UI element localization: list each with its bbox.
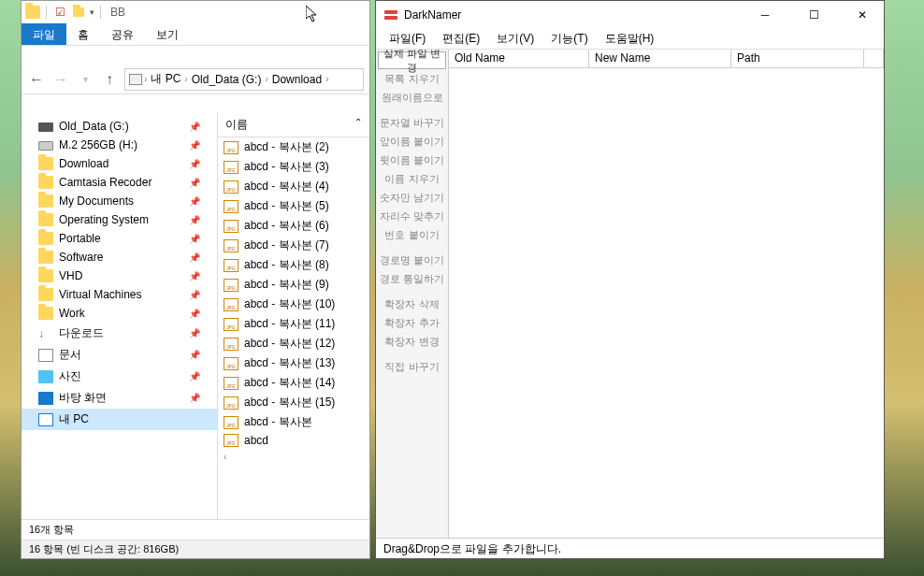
desktop-icon (38, 392, 53, 405)
tree-item[interactable]: 바탕 화면📌 (22, 387, 217, 409)
file-name: abcd - 복사본 (13) (244, 355, 335, 371)
darknamer-titlebar[interactable]: DarkNamer ─ ☐ ✕ (376, 1, 884, 29)
tab-share[interactable]: 공유 (100, 23, 145, 45)
tab-file[interactable]: 파일 (22, 23, 66, 45)
file-drop-area[interactable] (449, 68, 884, 538)
file-row[interactable]: abcd - 복사본 (7) (218, 236, 369, 255)
menu-edit[interactable]: 편집(E) (435, 29, 487, 49)
tree-label: 문서 (59, 347, 81, 363)
file-name: abcd - 복사본 (11) (244, 316, 335, 332)
file-row[interactable]: abcd - 복사본 (10) (218, 295, 369, 314)
action-button[interactable]: 경로 통일하기 (378, 270, 446, 288)
file-row[interactable]: abcd - 복사본 (9) (218, 275, 369, 295)
file-name: abcd - 복사본 (8) (244, 257, 329, 273)
breadcrumb-part[interactable]: Old_Data (G:) (190, 73, 264, 86)
sort-indicator-icon: ⌃ (354, 117, 362, 133)
menu-func[interactable]: 기능(T) (543, 29, 595, 49)
file-row[interactable]: abcd - 복사본 (3) (218, 157, 369, 177)
file-row[interactable]: abcd - 복사본 (2) (218, 137, 369, 157)
action-button[interactable]: 숫자만 남기기 (378, 189, 446, 207)
tree-item[interactable]: Operating System📌 (22, 210, 217, 229)
col-new-name[interactable]: New Name (589, 50, 731, 67)
back-button[interactable]: ← (27, 70, 46, 89)
jpg-icon (224, 377, 238, 390)
close-button[interactable]: ✕ (841, 1, 884, 29)
file-list[interactable]: 이름 ⌃ abcd - 복사본 (2)abcd - 복사본 (3)abcd - … (218, 113, 369, 519)
menu-view[interactable]: 보기(V) (489, 29, 541, 49)
file-row[interactable]: abcd - 복사본 (12) (218, 334, 369, 353)
tree-item[interactable]: Camtasia Recoder📌 (22, 173, 217, 192)
forward-button[interactable]: → (51, 70, 70, 89)
tree-item[interactable]: Download📌 (22, 154, 217, 173)
folder-small-icon[interactable] (71, 5, 86, 20)
qat-dropdown-icon[interactable]: ▾ (90, 7, 94, 17)
chevron-right-icon[interactable]: › (325, 74, 328, 84)
tree-item[interactable]: 내 PC (22, 409, 217, 430)
file-row[interactable]: abcd - 복사본 (218, 412, 369, 432)
tree-item[interactable]: M.2 256GB (H:)📌 (22, 136, 217, 154)
tab-home[interactable]: 홈 (66, 23, 100, 45)
action-button[interactable]: 직접 바꾸기 (378, 358, 446, 376)
chevron-right-icon[interactable]: › (265, 74, 267, 84)
pin-icon: 📌 (189, 309, 200, 319)
action-button[interactable]: 목록 지우기 (378, 70, 446, 88)
folder-icon (38, 307, 53, 320)
maximize-button[interactable]: ☐ (792, 1, 835, 29)
file-row[interactable]: abcd - 복사본 (13) (218, 353, 369, 373)
jpg-icon (224, 434, 238, 447)
file-row[interactable]: abcd - 복사본 (5) (218, 196, 369, 216)
file-row[interactable]: abcd - 복사본 (8) (218, 255, 369, 275)
chevron-right-icon[interactable]: › (184, 74, 187, 84)
action-button[interactable]: 뒷이름 붙이기 (378, 151, 446, 169)
col-old-name[interactable]: Old Name (449, 50, 589, 67)
file-row[interactable]: abcd - 복사본 (6) (218, 216, 369, 236)
status-bar-2: 16 항목 (빈 디스크 공간: 816GB) (22, 540, 369, 558)
file-row[interactable]: abcd (218, 432, 369, 449)
tree-item[interactable]: My Documents📌 (22, 192, 217, 210)
tree-item[interactable]: Virtual Machines📌 (22, 285, 217, 304)
tree-item[interactable]: 문서📌 (22, 344, 217, 366)
tab-view[interactable]: 보기 (145, 23, 190, 45)
tree-item[interactable]: Portable📌 (22, 229, 217, 248)
history-dropdown[interactable]: ▾ (76, 70, 94, 89)
nav-tree[interactable]: Old_Data (G:)📌M.2 256GB (H:)📌Download📌Ca… (22, 113, 218, 519)
action-button[interactable]: 이름 지우기 (378, 170, 446, 188)
action-button[interactable]: 문자열 바꾸기 (378, 114, 446, 132)
action-button[interactable]: 확장자 삭제 (378, 295, 446, 313)
tree-item[interactable]: VHD📌 (22, 266, 217, 285)
col-path[interactable]: Path (731, 50, 864, 67)
up-button[interactable]: ↑ (100, 70, 119, 89)
action-button[interactable]: 실제 파일 변경 (378, 51, 446, 69)
breadcrumb[interactable]: › 내 PC › Old_Data (G:) › Download › (124, 68, 364, 91)
tree-item[interactable]: Software📌 (22, 248, 217, 266)
tree-label: 바탕 화면 (59, 390, 107, 406)
action-button[interactable]: 경로명 붙이기 (378, 252, 446, 269)
col-extra[interactable] (864, 50, 884, 67)
file-row[interactable]: abcd - 복사본 (15) (218, 393, 369, 412)
action-button[interactable]: 번호 붙이기 (378, 226, 446, 244)
action-button[interactable]: 확장자 변경 (378, 333, 446, 351)
menu-help[interactable]: 도움말(H) (598, 29, 662, 49)
action-button[interactable]: 자리수 맞추기 (378, 208, 446, 225)
chevron-right-icon[interactable]: › (144, 74, 147, 84)
minimize-button[interactable]: ─ (744, 1, 787, 29)
tree-item[interactable]: Work📌 (22, 304, 217, 323)
tree-item[interactable]: Old_Data (G:)📌 (22, 117, 217, 136)
file-row[interactable]: abcd - 복사본 (4) (218, 177, 369, 196)
tree-item[interactable]: 사진📌 (22, 366, 217, 387)
explorer-titlebar[interactable]: ☑ ▾ BB (22, 1, 369, 23)
breadcrumb-part[interactable]: 내 PC (149, 71, 182, 87)
breadcrumb-part[interactable]: Download (270, 73, 324, 86)
checkbox-icon[interactable]: ☑ (52, 5, 67, 20)
column-header-name[interactable]: 이름 ⌃ (218, 113, 369, 137)
menu-file[interactable]: 파일(F) (382, 29, 433, 49)
file-row[interactable]: abcd - 복사본 (14) (218, 373, 369, 393)
tree-item[interactable]: ↓다운로드📌 (22, 323, 217, 344)
file-row[interactable]: abcd - 복사본 (11) (218, 314, 369, 334)
action-button[interactable]: 확장자 추가 (378, 314, 446, 332)
tree-label: Camtasia Recoder (59, 176, 152, 189)
horizontal-scroll-left[interactable]: ‹ (218, 449, 369, 464)
action-button[interactable]: 원래이름으로 (378, 89, 446, 107)
pin-icon: 📌 (189, 290, 200, 300)
action-button[interactable]: 앞이름 붙이기 (378, 133, 446, 151)
